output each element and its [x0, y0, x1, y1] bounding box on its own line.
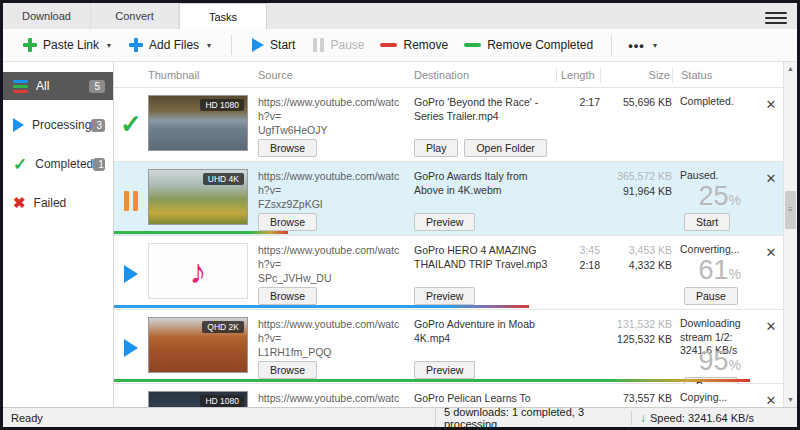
browse-button[interactable]: Browse: [258, 139, 317, 157]
destination-filename: GoPro 'Beyond the Race' - Series Trailer…: [414, 95, 548, 123]
pause-row-button[interactable]: Pause: [684, 287, 738, 305]
video-thumbnail: HD 1080: [148, 95, 248, 151]
table-row-paused[interactable]: UHD 4K https://www.youtube.com/watch?v=F…: [114, 162, 783, 236]
count-badge: 5: [89, 80, 105, 93]
paste-link-button[interactable]: Paste Link ▾: [17, 34, 117, 56]
plus-icon: [23, 38, 37, 52]
size-value: 91,964 KB: [600, 184, 672, 199]
video-thumbnail: UHD 4K: [148, 169, 248, 225]
tab-convert[interactable]: Convert: [91, 3, 179, 29]
remove-completed-icon: [464, 43, 481, 47]
size-total: 365,572 KB: [600, 169, 672, 184]
vertical-scrollbar[interactable]: ▲ ≡ ▼: [783, 62, 797, 407]
toolbar: Paste Link ▾ Add Files ▾ Start Pause Rem…: [3, 29, 797, 62]
browse-button[interactable]: Browse: [258, 361, 317, 379]
table-row-copying[interactable]: HD 1080 https://www.youtube.com/watch?v=…: [114, 384, 783, 407]
more-options-button[interactable]: ••• ▾: [622, 34, 663, 57]
quality-badge: QHD 2K: [202, 321, 244, 333]
status-ready: Ready: [3, 412, 435, 424]
sidebar-item-processing[interactable]: Processing 3: [3, 111, 113, 139]
downloader-app-window: Download Convert Tasks Paste Link ▾ Add …: [0, 0, 800, 430]
destination-filename: GoPro Pelican Learns To Fish.mp4: [414, 391, 548, 407]
column-header-source: Source: [258, 69, 414, 81]
remove-completed-button[interactable]: Remove Completed: [458, 34, 599, 56]
tab-tasks[interactable]: Tasks: [179, 3, 267, 29]
close-icon[interactable]: ✕: [766, 394, 777, 407]
download-arrow-icon: ↓: [640, 411, 646, 425]
audio-thumbnail: ♪: [148, 243, 248, 299]
scrollbar-thumb[interactable]: ≡: [785, 191, 796, 229]
table-row-completed[interactable]: ✓ HD 1080 https://www.youtube.com/watch?…: [114, 88, 783, 162]
close-icon[interactable]: ✕: [766, 172, 777, 185]
scroll-down-icon[interactable]: ▼: [787, 393, 794, 407]
preview-button[interactable]: Preview: [414, 361, 475, 379]
tab-download[interactable]: Download: [3, 3, 91, 29]
column-header-destination: Destination: [414, 69, 556, 81]
sidebar-item-label: Completed: [35, 157, 93, 171]
table-row-converting[interactable]: ♪ https://www.youtube.com/watch?v=SPc_JV…: [114, 236, 783, 310]
source-url: https://www.youtube.com/watch?v=auT0mOWL…: [258, 391, 406, 407]
status-bar: Ready 5 downloads: 1 completed, 3 proces…: [3, 407, 797, 427]
video-thumbnail: QHD 2K: [148, 317, 248, 373]
scrollbar-track[interactable]: ≡: [784, 76, 797, 393]
start-button[interactable]: Start: [246, 34, 301, 56]
close-icon[interactable]: ✕: [766, 320, 777, 333]
toolbar-separator: [231, 35, 232, 55]
plus-icon: [129, 38, 143, 52]
processing-icon: [124, 339, 138, 357]
open-folder-button[interactable]: Open Folder: [464, 139, 546, 157]
length-total: 3:45: [556, 243, 600, 258]
start-row-button[interactable]: Start: [684, 213, 730, 231]
sidebar-item-completed[interactable]: ✓ Completed 1: [3, 150, 113, 178]
add-files-button[interactable]: Add Files ▾: [123, 34, 217, 56]
destination-filename: GoPro Adventure in Moab 4K.mp4: [414, 317, 548, 345]
preview-button[interactable]: Preview: [414, 213, 475, 231]
browse-button[interactable]: Browse: [258, 287, 317, 305]
play-button[interactable]: Play: [414, 139, 458, 157]
chevron-down-icon: ▾: [653, 41, 657, 50]
remove-button[interactable]: Remove: [374, 34, 454, 56]
check-icon: ✓: [13, 154, 27, 175]
remove-label: Remove: [403, 38, 448, 52]
count-badge: 1: [93, 158, 105, 171]
table-header: Thumbnail Source Destination Length Size…: [114, 62, 783, 88]
ellipsis-icon: •••: [628, 38, 645, 53]
column-header-length: Length: [556, 67, 600, 83]
table-row-downloading[interactable]: QHD 2K https://www.youtube.com/watch?v=L…: [114, 310, 783, 384]
count-badge: 3: [91, 119, 105, 132]
progress-percent: 95%: [680, 346, 759, 377]
scroll-up-icon[interactable]: ▲: [787, 62, 794, 76]
preview-button[interactable]: Preview: [414, 287, 475, 305]
size-value: 73,557 KB: [600, 391, 672, 406]
close-icon[interactable]: ✕: [766, 98, 777, 111]
quality-badge: HD 1080: [200, 99, 244, 111]
main-area: All 5 Processing 3 ✓ Completed 1 ✖ Faile…: [3, 62, 797, 407]
browse-button[interactable]: Browse: [258, 213, 317, 231]
size-total: 131,532 KB: [600, 317, 672, 332]
status-text: Copying...: [680, 391, 759, 405]
chevron-down-icon[interactable]: ▾: [207, 41, 211, 50]
chevron-down-icon[interactable]: ▾: [107, 41, 111, 50]
progress-bar: [114, 305, 529, 308]
quality-badge: HD 1080: [200, 395, 244, 407]
play-icon: [13, 118, 24, 132]
sidebar-item-failed[interactable]: ✖ Failed: [3, 189, 113, 217]
x-icon: ✖: [13, 194, 26, 212]
status-speed: ↓ Speed: 3241.64 KB/s: [631, 411, 797, 425]
column-header-status: Status: [672, 67, 759, 83]
column-header-thumbnail: Thumbnail: [148, 69, 258, 81]
pause-icon: [313, 38, 324, 52]
pause-button[interactable]: Pause: [307, 34, 370, 56]
add-files-label: Add Files: [149, 38, 199, 52]
downloads-table: Thumbnail Source Destination Length Size…: [113, 62, 797, 407]
status-downloads-summary: 5 downloads: 1 completed, 3 processing: [435, 406, 631, 430]
hamburger-menu-icon[interactable]: [765, 9, 787, 27]
close-icon[interactable]: ✕: [766, 246, 777, 259]
remove-completed-label: Remove Completed: [487, 38, 593, 52]
source-url: https://www.youtube.com/watch?v=FZsxz9Zp…: [258, 169, 406, 212]
progress-percent: 61%: [680, 255, 759, 286]
source-url: https://www.youtube.com/watch?v=SPc_JVHw…: [258, 243, 406, 286]
tab-bar: Download Convert Tasks: [3, 3, 797, 29]
sidebar-item-all[interactable]: All 5: [3, 72, 113, 100]
video-thumbnail: HD 1080: [148, 391, 248, 407]
